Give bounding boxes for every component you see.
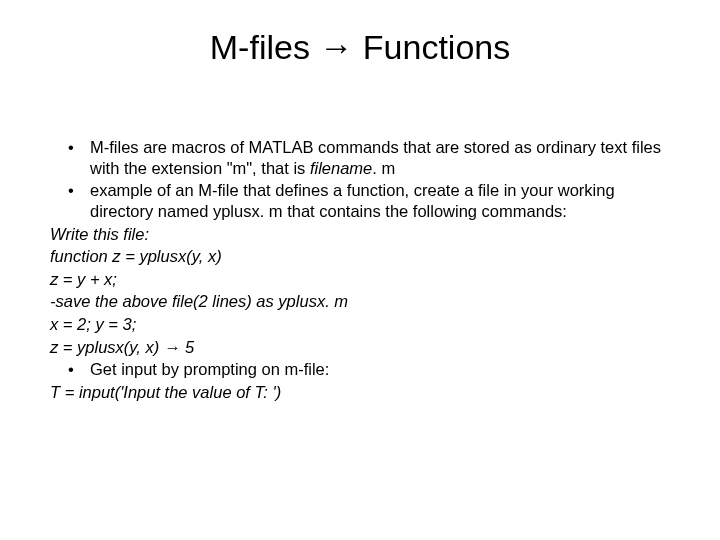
slide-body: M-files are macros of MATLAB commands th… [50, 137, 670, 403]
arrow-icon: → [164, 338, 180, 356]
line-xy: x = 2; y = 3; [50, 314, 670, 335]
bullet-2-text: example of an M-file that defines a func… [90, 181, 615, 220]
line-write: Write this file: [50, 224, 670, 245]
bullet-list-2: Get input by prompting on m-file: [50, 359, 670, 380]
bullet-3: Get input by prompting on m-file: [50, 359, 670, 380]
line-call-post: 5 [180, 338, 194, 356]
bullet-1: M-files are macros of MATLAB commands th… [50, 137, 670, 178]
slide-title: M-files → Functions [50, 28, 670, 67]
line-input: T = input('Input the value of T: ') [50, 382, 670, 403]
line-assign: z = y + x; [50, 269, 670, 290]
bullet-1-filename: filename [310, 159, 372, 177]
line-save: -save the above file(2 lines) as yplusx.… [50, 291, 670, 312]
line-call: z = yplusx(y, x) → 5 [50, 337, 670, 358]
line-func: function z = yplusx(y, x) [50, 246, 670, 267]
bullet-1-text-post: . m [372, 159, 395, 177]
bullet-list-1: M-files are macros of MATLAB commands th… [50, 137, 670, 222]
slide: M-files → Functions M-files are macros o… [0, 0, 720, 540]
bullet-3-text: Get input by prompting on m-file: [90, 360, 329, 378]
bullet-2: example of an M-file that defines a func… [50, 180, 670, 221]
line-call-pre: z = yplusx(y, x) [50, 338, 164, 356]
